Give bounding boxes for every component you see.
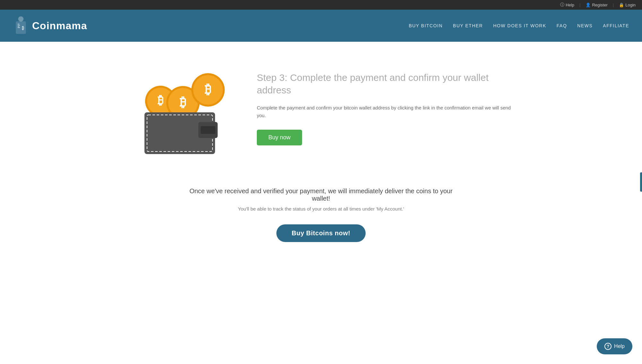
svg-rect-0 — [16, 22, 26, 34]
svg-text:₿: ₿ — [205, 82, 211, 96]
step-description: Complete the payment and confirm your bi… — [257, 104, 514, 119]
step-heading: Step 3: Complete the payment and confirm… — [257, 71, 514, 96]
help-circle-icon: ⓘ — [560, 2, 564, 8]
logo-text-bold: mama — [56, 20, 87, 31]
nav-buy-bitcoin[interactable]: BUY BITCOIN — [409, 23, 443, 28]
top-bar: ⓘ Help | 👤 Register | 🔒 Login — [0, 0, 642, 10]
svg-rect-3 — [18, 25, 20, 26]
register-link-label: Register — [592, 3, 607, 7]
login-link-label: Login — [625, 3, 636, 7]
svg-text:₿: ₿ — [22, 26, 24, 30]
login-icon: 🔒 — [619, 3, 624, 7]
nav-buy-ether[interactable]: BUY ETHER — [453, 23, 483, 28]
logo-text-light: Coin — [32, 20, 56, 31]
logo-area[interactable]: ₿ Coinmama — [13, 16, 87, 35]
help-float-label: Help — [614, 343, 625, 349]
help-circle-icon-float: ? — [604, 343, 612, 350]
svg-rect-2 — [18, 24, 20, 24]
wallet-illustration: ₿ ₿ ₿ — [128, 61, 231, 155]
delivery-text: Once we've received and verified your pa… — [183, 187, 459, 202]
svg-point-1 — [18, 16, 24, 22]
login-link[interactable]: 🔒 Login — [619, 3, 636, 7]
site-header: ₿ Coinmama BUY BITCOIN BUY ETHER HOW DOE… — [0, 10, 642, 42]
buy-now-button[interactable]: Buy now — [257, 130, 302, 145]
track-text: You'll be able to track the status of yo… — [183, 206, 459, 212]
scrollbar-indicator[interactable] — [640, 172, 642, 192]
divider-2: | — [613, 3, 614, 7]
help-link[interactable]: ⓘ Help — [560, 2, 574, 8]
main-nav: BUY BITCOIN BUY ETHER HOW DOES IT WORK F… — [409, 23, 629, 28]
nav-affiliate[interactable]: AFFILIATE — [603, 23, 629, 28]
help-link-label: Help — [566, 3, 574, 7]
bottom-section: Once we've received and verified your pa… — [177, 175, 465, 255]
svg-rect-4 — [18, 26, 20, 27]
step-section: ₿ ₿ ₿ Step 3: Complete the payment — [128, 61, 514, 155]
step-info: Step 3: Complete the payment and confirm… — [257, 71, 514, 145]
svg-rect-19 — [201, 126, 215, 134]
user-icon: 👤 — [586, 3, 591, 7]
logo-icon: ₿ — [13, 16, 29, 35]
register-link[interactable]: 👤 Register — [586, 3, 607, 7]
nav-news[interactable]: NEWS — [577, 23, 593, 28]
svg-text:₿: ₿ — [158, 94, 163, 107]
nav-how-does-it-work[interactable]: HOW DOES IT WORK — [493, 23, 546, 28]
help-floating-button[interactable]: ? Help — [597, 338, 632, 354]
main-content: ₿ ₿ ₿ Step 3: Complete the payment — [0, 42, 642, 364]
logo-text: Coinmama — [32, 20, 87, 32]
svg-rect-5 — [18, 27, 20, 28]
buy-bitcoins-button[interactable]: Buy Bitcoins now! — [276, 224, 366, 242]
svg-text:₿: ₿ — [180, 95, 186, 109]
divider-1: | — [579, 3, 580, 7]
nav-faq[interactable]: FAQ — [557, 23, 567, 28]
wallet-svg: ₿ ₿ ₿ — [128, 61, 231, 154]
